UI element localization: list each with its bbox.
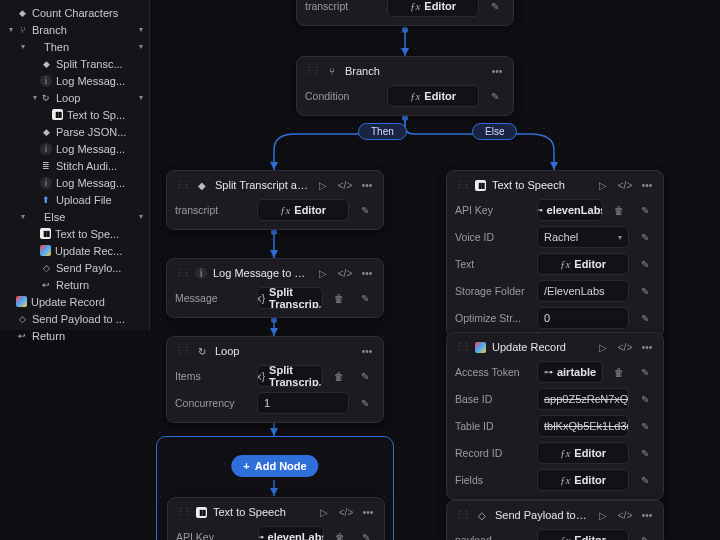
tree-item[interactable]: ▸▮▮Text to Spe...: [0, 225, 149, 242]
number-field[interactable]: 0: [537, 307, 629, 329]
run-button[interactable]: ▷: [315, 265, 331, 281]
drag-handle[interactable]: ⋮⋮: [455, 510, 469, 520]
edit-button[interactable]: ✎: [635, 280, 655, 302]
chevron-down-icon[interactable]: ▾: [18, 42, 28, 51]
tree-item[interactable]: ▸iLog Messag...: [0, 174, 149, 191]
branch-else-pill[interactable]: Else: [472, 123, 517, 140]
tree-item[interactable]: ▸⬆Upload File: [0, 191, 149, 208]
secret-field[interactable]: ⊶elevenLabs: [537, 199, 603, 221]
text-field[interactable]: /ElevenLabs: [537, 280, 629, 302]
run-button[interactable]: ▷: [595, 177, 611, 193]
tree-item[interactable]: ▾Else▾: [0, 208, 149, 225]
chevron-down-icon[interactable]: ▾: [139, 25, 143, 34]
tree-item[interactable]: ▸↩Return: [0, 327, 149, 344]
edit-button[interactable]: ✎: [485, 0, 505, 17]
tree-item[interactable]: ▸◆Parse JSON...: [0, 123, 149, 140]
tree-item[interactable]: ▸Update Record: [0, 293, 149, 310]
chevron-down-icon[interactable]: ▾: [30, 93, 40, 102]
variable-field[interactable]: {x}Split Transcrip...: [257, 365, 323, 387]
more-button[interactable]: •••: [489, 63, 505, 79]
tree-item[interactable]: ▸▮▮Text to Sp...: [0, 106, 149, 123]
more-button[interactable]: •••: [359, 343, 375, 359]
node-text-to-speech[interactable]: ⋮⋮ ▮▮ Text to Speech ▷ </> ••• API Key ⊶…: [446, 170, 664, 338]
tree-item[interactable]: ▸◇Send Paylo...: [0, 259, 149, 276]
edit-button[interactable]: ✎: [635, 415, 655, 437]
secret-field[interactable]: ⊶elevenLabs: [258, 526, 324, 540]
code-button[interactable]: </>: [337, 265, 353, 281]
node-split-transcript[interactable]: ⋮⋮ ◆ Split Transcript at ... ▷ </> ••• t…: [166, 170, 384, 230]
editor-field[interactable]: ƒxEditor: [537, 442, 629, 464]
tree-item[interactable]: ▸iLog Messag...: [0, 140, 149, 157]
edit-button[interactable]: ✎: [355, 287, 375, 309]
delete-button[interactable]: 🗑: [609, 199, 629, 221]
delete-button[interactable]: 🗑: [329, 287, 349, 309]
workflow-canvas[interactable]: transcript ƒxEditor ✎ ⋮⋮ ⑂ Branch ••• Co…: [150, 0, 720, 540]
run-button[interactable]: ▷: [595, 339, 611, 355]
chevron-down-icon[interactable]: ▾: [139, 212, 143, 221]
add-node-button[interactable]: + Add Node: [231, 455, 318, 477]
drag-handle[interactable]: ⋮⋮: [455, 342, 469, 352]
number-field[interactable]: 1: [257, 392, 349, 414]
node-text-to-speech-inner[interactable]: ⋮⋮ ▮▮ Text to Speech ▷ </> ••• API Key ⊶…: [167, 497, 385, 540]
code-button[interactable]: </>: [338, 504, 354, 520]
edit-button[interactable]: ✎: [356, 526, 376, 540]
edit-button[interactable]: ✎: [485, 85, 505, 107]
loop-container[interactable]: + Add Node ⋮⋮ ▮▮ Text to Speech ▷ </> ••…: [156, 436, 394, 540]
edit-button[interactable]: ✎: [355, 392, 375, 414]
tree-item[interactable]: ▸iLog Messag...: [0, 72, 149, 89]
tree-item[interactable]: ▸◆Split Transc...: [0, 55, 149, 72]
drag-handle[interactable]: ⋮⋮: [455, 180, 469, 190]
delete-button[interactable]: 🗑: [609, 361, 629, 383]
run-button[interactable]: ▷: [315, 177, 331, 193]
chevron-down-icon[interactable]: ▾: [18, 212, 28, 221]
delete-button[interactable]: 🗑: [329, 365, 349, 387]
code-button[interactable]: </>: [337, 177, 353, 193]
drag-handle[interactable]: ⋮⋮: [305, 66, 319, 76]
edit-button[interactable]: ✎: [635, 469, 655, 491]
edit-button[interactable]: ✎: [635, 388, 655, 410]
node-branch[interactable]: ⋮⋮ ⑂ Branch ••• Condition ƒxEditor ✎: [296, 56, 514, 116]
tree-item[interactable]: ▾⑂Branch▾: [0, 21, 149, 38]
edit-button[interactable]: ✎: [635, 307, 655, 329]
node-previous[interactable]: transcript ƒxEditor ✎: [296, 0, 514, 26]
editor-field[interactable]: ƒxEditor: [537, 529, 629, 540]
tree-item[interactable]: ▾Then▾: [0, 38, 149, 55]
drag-handle[interactable]: ⋮⋮: [176, 507, 190, 517]
tree-item[interactable]: ▸≣Stitch Audi...: [0, 157, 149, 174]
run-button[interactable]: ▷: [595, 507, 611, 523]
edit-button[interactable]: ✎: [635, 199, 655, 221]
more-button[interactable]: •••: [359, 177, 375, 193]
code-button[interactable]: </>: [617, 507, 633, 523]
edit-button[interactable]: ✎: [635, 442, 655, 464]
editor-field[interactable]: ƒxEditor: [387, 85, 479, 107]
tree-item[interactable]: ▸◆Count Characters: [0, 4, 149, 21]
node-loop[interactable]: ⋮⋮ ↻ Loop ••• Items {x}Split Transcrip..…: [166, 336, 384, 423]
chevron-down-icon[interactable]: ▾: [139, 42, 143, 51]
editor-field[interactable]: ƒxEditor: [537, 469, 629, 491]
text-field[interactable]: app0Z5zRcN7xQ2mPj: [537, 388, 629, 410]
more-button[interactable]: •••: [359, 265, 375, 281]
editor-field[interactable]: ƒxEditor: [257, 199, 349, 221]
drag-handle[interactable]: ⋮⋮: [175, 346, 189, 356]
edit-button[interactable]: ✎: [635, 253, 655, 275]
select-field[interactable]: Rachel▾: [537, 226, 629, 248]
code-button[interactable]: </>: [617, 177, 633, 193]
edit-button[interactable]: ✎: [635, 226, 655, 248]
branch-then-pill[interactable]: Then: [358, 123, 407, 140]
secret-field[interactable]: ⊶airtable: [537, 361, 603, 383]
edit-button[interactable]: ✎: [355, 199, 375, 221]
edit-button[interactable]: ✎: [635, 361, 655, 383]
drag-handle[interactable]: ⋮⋮: [175, 180, 189, 190]
more-button[interactable]: •••: [639, 339, 655, 355]
editor-field[interactable]: ƒxEditor: [387, 0, 479, 17]
drag-handle[interactable]: ⋮⋮: [175, 268, 189, 278]
chevron-down-icon[interactable]: ▾: [139, 93, 143, 102]
code-button[interactable]: </>: [617, 339, 633, 355]
node-send-payload[interactable]: ⋮⋮ ◇ Send Payload to W... ▷ </> ••• payl…: [446, 500, 664, 540]
more-button[interactable]: •••: [360, 504, 376, 520]
delete-button[interactable]: 🗑: [330, 526, 350, 540]
tree-item[interactable]: ▸◇Send Payload to ...: [0, 310, 149, 327]
run-button[interactable]: ▷: [316, 504, 332, 520]
tree-item[interactable]: ▾↻Loop▾: [0, 89, 149, 106]
edit-button[interactable]: ✎: [355, 365, 375, 387]
